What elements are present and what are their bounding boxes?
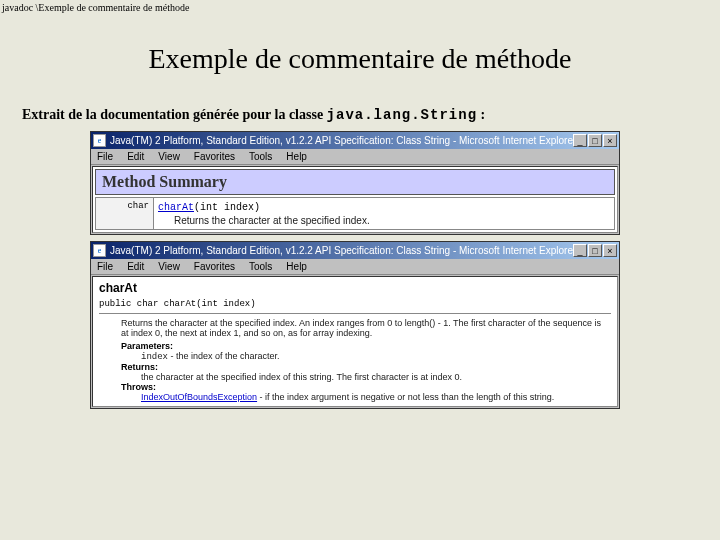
method-detail-signature: public char charAt(int index) (99, 299, 611, 309)
menu-file[interactable]: File (97, 151, 113, 162)
menu-help[interactable]: Help (286, 151, 307, 162)
menu-favorites[interactable]: Favorites (194, 261, 235, 272)
ie-window-detail: e Java(TM) 2 Platform, Standard Edition,… (90, 241, 620, 409)
method-summary-header: Method Summary (95, 169, 615, 195)
param-desc: - the index of the character. (168, 351, 280, 361)
method-detail-name: charAt (99, 281, 611, 295)
breadcrumb: javadoc \Exemple de commentaire de métho… (0, 0, 720, 15)
menubar: File Edit View Favorites Tools Help (91, 149, 619, 165)
param-name: index (141, 352, 168, 362)
menu-edit[interactable]: Edit (127, 151, 144, 162)
method-short-desc: Returns the character at the specified i… (158, 213, 610, 226)
menu-tools[interactable]: Tools (249, 151, 272, 162)
intro-text: Extrait de la documentation générée pour… (22, 107, 720, 123)
maximize-button[interactable]: □ (588, 134, 602, 147)
menu-tools[interactable]: Tools (249, 261, 272, 272)
maximize-button[interactable]: □ (588, 244, 602, 257)
window-title: Java(TM) 2 Platform, Standard Edition, v… (110, 245, 573, 256)
minimize-button[interactable]: _ (573, 134, 587, 147)
parameters-label: Parameters: (121, 341, 611, 351)
return-type: char (96, 198, 154, 229)
menu-help[interactable]: Help (286, 261, 307, 272)
throws-line: IndexOutOfBoundsException - if the index… (141, 392, 611, 402)
menu-favorites[interactable]: Favorites (194, 151, 235, 162)
minimize-button[interactable]: _ (573, 244, 587, 257)
intro-suffix: : (477, 107, 485, 122)
returns-label: Returns: (121, 362, 611, 372)
method-signature: (int index) (194, 202, 260, 213)
ie-window-summary: e Java(TM) 2 Platform, Standard Edition,… (90, 131, 620, 235)
menu-view[interactable]: View (158, 151, 180, 162)
close-button[interactable]: × (603, 134, 617, 147)
titlebar: e Java(TM) 2 Platform, Standard Edition,… (91, 242, 619, 259)
intro-prefix: Extrait de la documentation générée pour… (22, 107, 327, 122)
menubar: File Edit View Favorites Tools Help (91, 259, 619, 275)
method-link-charat[interactable]: charAt (158, 202, 194, 213)
throws-desc: - if the index argument is negative or n… (257, 392, 554, 402)
content-summary: Method Summary char charAt(int index) Re… (92, 166, 618, 233)
ie-icon: e (93, 244, 106, 257)
method-summary-row: char charAt(int index) Returns the chara… (95, 197, 615, 230)
menu-file[interactable]: File (97, 261, 113, 272)
method-detail-body: Returns the character at the specified i… (121, 318, 611, 338)
throws-exception-link[interactable]: IndexOutOfBoundsException (141, 392, 257, 402)
returns-line: the character at the specified index of … (141, 372, 611, 382)
rule (99, 313, 611, 314)
menu-view[interactable]: View (158, 261, 180, 272)
page-title: Exemple de commentaire de méthode (0, 43, 720, 75)
content-detail: charAt public char charAt(int index) Ret… (92, 276, 618, 407)
window-title: Java(TM) 2 Platform, Standard Edition, v… (110, 135, 573, 146)
titlebar: e Java(TM) 2 Platform, Standard Edition,… (91, 132, 619, 149)
menu-edit[interactable]: Edit (127, 261, 144, 272)
parameter-line: index - the index of the character. (141, 351, 611, 362)
throws-label: Throws: (121, 382, 611, 392)
intro-class: java.lang.String (327, 107, 477, 123)
close-button[interactable]: × (603, 244, 617, 257)
ie-icon: e (93, 134, 106, 147)
